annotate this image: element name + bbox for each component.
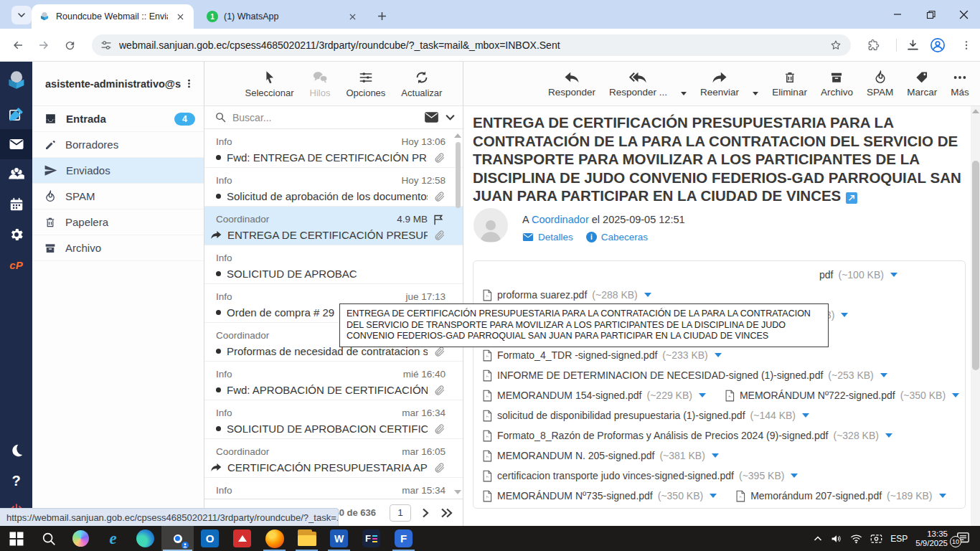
rail-cpanel-button[interactable]: cP (0, 250, 32, 280)
attachment-menu-caret-icon[interactable] (880, 373, 887, 377)
bookmark-star-icon[interactable] (829, 39, 842, 52)
search-input[interactable] (232, 112, 418, 123)
address-bar[interactable]: webmail.sanjuan.gob.ec/cpsess4685020211/… (92, 34, 851, 56)
attachment-menu-caret-icon[interactable] (791, 474, 798, 478)
language-indicator[interactable]: ESP (890, 534, 908, 544)
attachment-item[interactable]: Memorándum 207-signed.pdf (~189 KB) (735, 490, 946, 502)
window-minimize-button[interactable] (881, 0, 914, 29)
attachment-item[interactable]: MEMORANDUM N. 205-signed.pdf (~381 KB) (482, 450, 719, 462)
select-button[interactable]: Seleccionar (245, 70, 294, 98)
taskbar-acrobat-button[interactable] (226, 526, 258, 551)
window-close-button[interactable] (947, 0, 980, 29)
attachment-item[interactable]: Formato_8_Razón de Proformas y Análisis … (482, 430, 892, 442)
attachment-item[interactable]: Formato_4_TDR -signed-signed.pdf (~233 K… (482, 349, 722, 362)
list-scrollbar-thumb[interactable] (456, 142, 461, 208)
cast-monitor-icon[interactable] (870, 534, 882, 544)
refresh-button[interactable]: Actualizar (401, 70, 442, 98)
forward-button[interactable] (33, 34, 55, 56)
open-in-new-window-icon[interactable] (846, 192, 857, 204)
archive-button[interactable]: Archivo (821, 70, 853, 98)
attachment-item[interactable]: MEMORANDUM 154-signed.pdf (~229 KB) (482, 390, 706, 402)
new-tab-button[interactable] (373, 7, 390, 24)
message-row[interactable]: Infomar 16:34 SOLICITUD DE APROBACION CE… (204, 400, 463, 439)
message-row[interactable]: Info SOLICITUD DE APROBAC (204, 245, 463, 284)
taskbar-chrome-button[interactable] (161, 526, 194, 551)
scroll-up-icon[interactable] (972, 109, 979, 113)
more-button[interactable]: Más (951, 70, 969, 98)
reading-scrollbar-thumb[interactable] (972, 161, 979, 370)
message-row[interactable]: Infomié 16:40 Fwd: APROBACIÓN DE CERTIFI… (204, 362, 463, 400)
account-menu-button[interactable] (181, 76, 197, 92)
message-row-selected[interactable]: Coordinador4.9 MB ENTREGA DE CERTIFICACI… (204, 207, 463, 245)
rail-compose-button[interactable] (0, 99, 32, 129)
attachment-menu-caret-icon[interactable] (939, 494, 946, 498)
attachment-item[interactable]: INFORME DE DETERMINACION DE NECESIDAD-si… (482, 369, 887, 382)
reply-button[interactable]: Responder (548, 70, 595, 98)
headers-link[interactable]: Cabeceras (586, 232, 648, 242)
mark-button[interactable]: Marcar (907, 70, 937, 98)
reload-button[interactable] (59, 34, 80, 56)
profile-button[interactable] (928, 36, 947, 55)
threads-button[interactable]: Hilos (310, 70, 331, 98)
page-number-box[interactable]: 1 (390, 504, 411, 522)
sidebar-item-spam[interactable]: SPAM (32, 184, 204, 209)
attachment-menu-caret-icon[interactable] (841, 313, 848, 317)
scroll-down-icon[interactable] (454, 490, 461, 494)
window-restore-button[interactable] (914, 0, 947, 29)
rail-help-button[interactable]: ? (0, 466, 32, 496)
attachment-menu-caret-icon[interactable] (712, 453, 719, 458)
tab-close-button[interactable] (174, 10, 187, 23)
taskbar-search-button[interactable] (32, 526, 65, 551)
attachment-item[interactable]: certificacion transporte judo vinces-sig… (482, 470, 798, 482)
attachment-menu-caret-icon[interactable] (710, 494, 717, 498)
taskbar-outlook-button[interactable]: O (194, 526, 226, 551)
attachment-menu-caret-icon[interactable] (644, 293, 651, 297)
attachment-menu-caret-icon[interactable] (699, 393, 706, 397)
rail-darkmode-button[interactable] (0, 435, 32, 466)
rail-settings-button[interactable] (0, 220, 32, 250)
sidebar-item-archive[interactable]: Archivo (32, 235, 204, 261)
sidebar-item-sent[interactable]: Enviados (32, 158, 204, 184)
forward-caret-icon[interactable] (753, 92, 758, 95)
clock[interactable]: 13:35 5/9/2025 (915, 529, 948, 548)
wifi-icon[interactable] (850, 534, 862, 544)
search-scope-mail-icon[interactable] (424, 111, 439, 123)
notification-center-button[interactable]: 10 (956, 532, 971, 546)
taskbar-firmaec-button[interactable]: F (355, 526, 387, 551)
attachment-item[interactable]: pdf (~100 KB) (482, 269, 897, 281)
search-options-chevron-icon[interactable] (445, 112, 456, 123)
taskbar-edge-button[interactable] (129, 526, 161, 551)
last-page-icon[interactable] (440, 508, 454, 518)
message-row[interactable]: Coordinadormar 16:05 CERTIFICACIÓN PRESU… (204, 439, 463, 478)
taskbar-copilot-button[interactable] (65, 526, 97, 551)
next-page-icon[interactable] (420, 508, 430, 518)
delete-button[interactable]: Eliminar (772, 70, 807, 98)
attachment-menu-caret-icon[interactable] (885, 433, 892, 438)
tab-close-button[interactable] (346, 10, 359, 23)
scroll-up-icon[interactable] (454, 133, 461, 138)
reply-all-button[interactable]: Responder ... (609, 70, 667, 98)
attachment-menu-caret-icon[interactable] (802, 413, 809, 418)
forward-button[interactable]: Reenviar (700, 70, 739, 98)
sidebar-item-trash[interactable]: Papelera (32, 209, 204, 235)
roundcube-logo[interactable] (0, 62, 32, 99)
message-row[interactable]: InfoHoy 12:58 Solicitud de aprobación de… (204, 168, 463, 207)
tab-whatsapp[interactable]: 1 (1) WhatsApp (199, 4, 366, 29)
attachment-menu-caret-icon[interactable] (952, 393, 959, 397)
attachment-menu-caret-icon[interactable] (890, 273, 897, 277)
reply-all-caret-icon[interactable] (681, 92, 687, 95)
rail-mail-button[interactable] (0, 129, 32, 159)
details-link[interactable]: Detalles (522, 232, 573, 242)
browser-menu-button[interactable] (957, 36, 976, 55)
message-row[interactable]: Infomar 15:34 (204, 478, 463, 499)
attachment-item[interactable]: proforma suarez.pdf (~288 KB) (482, 289, 651, 301)
attachment-item[interactable]: MEMORÁNDUM Nº722-signed.pdf (~350 KB) (725, 390, 959, 402)
flag-icon[interactable] (432, 213, 446, 225)
back-button[interactable] (7, 34, 29, 56)
extensions-button[interactable] (864, 36, 883, 55)
options-button[interactable]: Opciones (346, 70, 385, 98)
attachment-item[interactable]: solicitud de disponibilidad presupuestar… (482, 410, 809, 422)
reading-scrollbar[interactable] (971, 106, 980, 526)
attachment-item[interactable]: MEMORÁNDUM Nº735-signed.pdf (~350 KB) (482, 490, 717, 502)
sidebar-item-drafts[interactable]: Borradores (32, 132, 204, 158)
